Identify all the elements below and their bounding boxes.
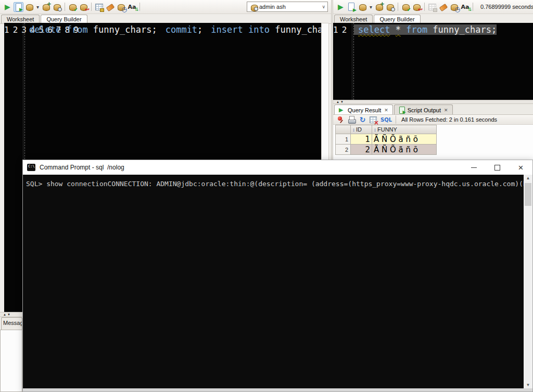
terminal[interactable]: SQL> show connectionCONNECTION: ADMIN@jd… — [23, 175, 524, 388]
code-token: * — [396, 24, 401, 35]
sql-history-button[interactable] — [116, 2, 126, 12]
delete-result-button[interactable] — [369, 115, 378, 125]
connection-selector[interactable]: admin ash ∨ — [247, 2, 328, 12]
right-editor-code[interactable]: select * from funny_chars; — [353, 23, 533, 100]
grid-cell[interactable]: Ã Ñ Õ ã ñ õ — [372, 134, 437, 145]
grid-cell[interactable]: 2 — [351, 145, 372, 155]
code-token: from — [67, 24, 88, 35]
table-row[interactable]: 22Ã Ñ Õ ã ñ õ — [336, 145, 437, 155]
sql-tuning-advisor-button[interactable] — [52, 2, 62, 12]
right-sql-editor[interactable]: 12 select * from funny_chars; — [333, 23, 533, 100]
left-toolbar: admin ash ∨ — [0, 0, 331, 14]
tab-query-builder[interactable]: Query Builder — [374, 15, 420, 23]
column-header-id[interactable]: ID — [351, 125, 372, 134]
row-number-cell[interactable]: 1 — [336, 134, 351, 145]
tab-query-builder[interactable]: Query Builder — [41, 15, 87, 23]
rollback-button[interactable] — [79, 2, 88, 12]
tab-worksheet[interactable]: Worksheet — [334, 15, 373, 23]
sort-icon[interactable] — [352, 127, 355, 133]
splitter-arrows-icon[interactable]: ▲▼ — [336, 100, 345, 103]
splitter-arrows-icon[interactable]: ▲▼ — [3, 313, 11, 316]
chevron-down-icon[interactable]: ∨ — [322, 4, 325, 9]
close-icon[interactable] — [444, 108, 448, 113]
run-statement-button[interactable] — [3, 2, 12, 12]
code-line[interactable]: insert into funny_chars values (1, 'Ã Ñ … — [207, 24, 321, 35]
cmd-title-bar[interactable]: Command Prompt - sql /nolog — [23, 160, 532, 175]
maximize-button[interactable] — [486, 160, 509, 175]
scroll-thumb[interactable] — [525, 183, 531, 206]
terminal-line: ADMIN@jdbc:oracle:thin:@(description= (a… — [153, 180, 524, 188]
terminal-scrollbar[interactable]: ▲ ▼ — [524, 175, 532, 388]
script-output-label: Script Output — [408, 107, 441, 113]
code-token — [390, 24, 395, 35]
left-toolbar-icons — [2, 2, 142, 12]
run-statement-button[interactable] — [336, 2, 346, 12]
tab-worksheet[interactable]: Worksheet — [1, 15, 40, 23]
grid-cell[interactable]: 1 — [351, 134, 372, 145]
sql-history-button[interactable] — [449, 2, 459, 12]
minimize-button[interactable] — [462, 160, 486, 175]
autotrace-button[interactable] — [24, 2, 34, 12]
tab-script-output[interactable]: Script Output — [394, 104, 453, 114]
code-line[interactable]: select * from funny_chars; — [354, 24, 497, 35]
command-prompt-window[interactable]: Command Prompt - sql /nolog SQL> show co… — [22, 160, 533, 392]
explain-plan-button[interactable] — [374, 2, 384, 12]
commit-button[interactable] — [401, 2, 411, 12]
code-token: into — [248, 24, 270, 35]
scroll-up-icon[interactable]: ▲ — [524, 176, 532, 180]
cmd-window-edge[interactable] — [23, 388, 532, 391]
pin-button[interactable] — [336, 115, 346, 125]
toolbar-separator — [473, 3, 473, 11]
commit-button[interactable] — [68, 2, 78, 12]
refresh-button[interactable] — [358, 115, 367, 125]
explain-plan-button[interactable] — [41, 2, 51, 12]
run-script-button[interactable] — [14, 2, 23, 12]
print-button[interactable] — [347, 115, 357, 125]
sql-tuning-advisor-button[interactable] — [385, 2, 395, 12]
code-line[interactable]: commit; — [161, 24, 203, 35]
scroll-down-icon[interactable]: ▼ — [524, 383, 532, 387]
clear-button[interactable] — [105, 2, 115, 12]
close-button[interactable] — [509, 160, 532, 175]
connection-label: admin ash — [259, 4, 286, 10]
query-result-icon — [339, 107, 346, 113]
row-number-cell[interactable]: 2 — [336, 145, 351, 155]
toolbar-separator — [396, 115, 396, 124]
toolbar-separator — [139, 3, 140, 11]
code-token: ; — [197, 24, 202, 35]
tab-query-result[interactable]: Query Result — [334, 104, 393, 114]
query-result-label: Query Result — [348, 107, 381, 113]
column-header-funny[interactable]: FUNNY — [372, 125, 437, 134]
toolbar-separator — [65, 3, 65, 11]
sort-icon[interactable] — [374, 127, 376, 133]
sql-statement-button[interactable]: SQL — [379, 115, 393, 125]
results-tabstrip: Query Result Script Output — [333, 104, 533, 115]
run-script-button[interactable] — [347, 2, 357, 12]
results-splitter[interactable]: ▲▼ — [333, 100, 533, 104]
query-timer: 0.76899999 seconds — [480, 4, 533, 10]
unshared-worksheet-button[interactable] — [94, 2, 104, 12]
fetch-status: All Rows Fetched: 2 in 0.161 seconds — [401, 116, 497, 123]
unshared-worksheet-button[interactable] — [427, 2, 437, 12]
autotrace-button[interactable] — [358, 2, 367, 12]
code-line[interactable] — [497, 24, 501, 35]
code-line[interactable]: delete from funny_chars; — [25, 24, 157, 35]
code-token: delete — [29, 24, 61, 35]
connection-icon — [249, 3, 258, 11]
tab-messages[interactable]: Messages — [1, 317, 22, 330]
autotrace-dropdown-button[interactable] — [369, 2, 373, 12]
messages-tab-label: Messages — [3, 320, 22, 326]
right-toolbar-icons — [335, 2, 475, 12]
close-icon[interactable] — [384, 108, 388, 113]
change-case-button[interactable] — [127, 2, 137, 12]
table-row[interactable]: 11Ã Ñ Õ ã ñ õ — [336, 134, 437, 145]
autotrace-dropdown-button[interactable] — [35, 2, 40, 12]
change-case-button[interactable] — [460, 2, 470, 12]
terminal-line: SQL> show connection — [26, 180, 108, 188]
clear-button[interactable] — [438, 2, 448, 12]
rollback-button[interactable] — [412, 2, 422, 12]
grid-header-row: IDFUNNY — [336, 125, 437, 134]
code-line[interactable] — [157, 24, 161, 35]
terminal-line: CONNECTION: — [108, 180, 153, 188]
grid-cell[interactable]: Ã Ñ Õ ã ñ õ — [372, 145, 437, 155]
